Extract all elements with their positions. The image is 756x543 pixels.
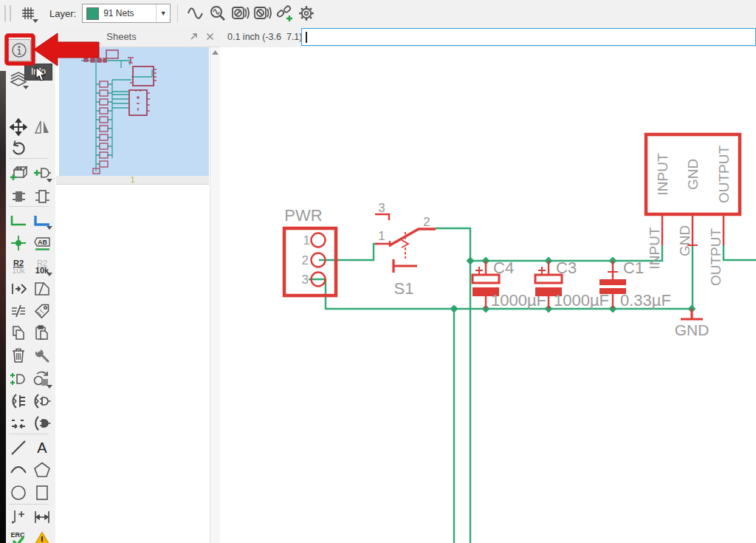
copy-tool-button[interactable]: [7, 323, 30, 344]
line-tool-button[interactable]: [7, 437, 30, 458]
paste-tool-button[interactable]: [31, 323, 53, 344]
text-tool-glyph: A: [37, 440, 47, 457]
info-tool-button[interactable]: [7, 39, 31, 61]
gateswap-left-button[interactable]: [7, 391, 30, 411]
switch-s1[interactable]: 3 1 2 S1: [375, 201, 436, 298]
settings-gear-icon[interactable]: [295, 3, 317, 24]
mirror-tool-button[interactable]: [31, 117, 53, 137]
change-tool-button[interactable]: [31, 345, 53, 366]
gate-arrow-button[interactable]: [31, 413, 53, 434]
value-tool-button[interactable]: R2 10k: [31, 256, 53, 277]
rectangle-tool-button[interactable]: [31, 482, 53, 503]
circle-tool-button[interactable]: [7, 482, 30, 503]
dimension-tool-button[interactable]: [7, 507, 30, 527]
rotate-tool-button[interactable]: [7, 137, 30, 158]
grid-coordinates-status: 0.1 inch (-3.6 7.1): [227, 32, 302, 42]
command-bar: 0.1 inch (-3.6 7.1): [220, 27, 756, 48]
layer-swatch: [86, 7, 99, 20]
regulator-pin-input-label: INPUT: [647, 227, 662, 269]
probe-icon[interactable]: [207, 3, 229, 24]
mouse-cursor: [35, 66, 47, 82]
switch-pin-3: 3: [378, 201, 385, 215]
optimize-tool-button[interactable]: [7, 413, 30, 434]
layer-label: Layer:: [49, 8, 76, 19]
sheet-number: 1: [130, 175, 134, 184]
left-toolbar: AB R2 10k R2 10k: [0, 27, 56, 543]
pwr-connector[interactable]: PWR 1 2 3: [284, 206, 336, 296]
replace-tool-button[interactable]: [31, 369, 53, 389]
signal-wave-icon[interactable]: [185, 3, 207, 24]
pwr-pin-1: 1: [303, 233, 310, 247]
layer-dropdown-arrow[interactable]: ▼: [156, 4, 170, 22]
tag-tool-button[interactable]: [31, 301, 53, 321]
c1-name: C1: [623, 259, 644, 277]
bus-tool-button[interactable]: [31, 210, 53, 230]
c1-value: 0.33µF: [620, 291, 671, 310]
command-input[interactable]: [301, 28, 756, 46]
sheet-1-thumbnail[interactable]: [59, 47, 209, 176]
invoke-gate-button[interactable]: [31, 163, 53, 183]
arc-tool-button[interactable]: [7, 460, 30, 480]
simulation-stop-icon[interactable]: [251, 3, 273, 24]
split-tool-button[interactable]: [7, 301, 30, 321]
regulator-pin-output-label: OUTPUT: [708, 228, 724, 287]
layer-dropdown-value: 91 Nets: [103, 8, 156, 18]
sheets-scrollbar[interactable]: [210, 47, 220, 543]
module-outline-button[interactable]: [31, 186, 53, 207]
toolbar-grip[interactable]: [4, 5, 11, 21]
regulator-pin-input-inside: INPUT: [655, 153, 670, 195]
net-wires: [309, 228, 756, 543]
miter-shape-button[interactable]: [31, 279, 53, 299]
text-caret: [306, 32, 307, 43]
add-link-icon[interactable]: [273, 3, 295, 24]
panel-close-icon[interactable]: [204, 31, 216, 43]
regulator-pin-gnd-inside: GND: [685, 159, 701, 190]
sheets-panel-header: Sheets: [55, 27, 220, 47]
scrollbar-up-arrow[interactable]: [210, 47, 220, 58]
c4-name: C4: [493, 259, 514, 277]
move-tool-button[interactable]: [7, 117, 30, 137]
name-tool-button[interactable]: R2 10k: [7, 256, 30, 277]
add-gates-button[interactable]: [7, 369, 30, 389]
pwr-pin-3: 3: [302, 273, 309, 287]
switch-pin-1: 1: [378, 229, 385, 243]
pwr-pin-2: 2: [302, 253, 309, 267]
pwr-name: PWR: [284, 206, 322, 225]
delete-tool-button[interactable]: [7, 345, 30, 366]
sheet-number-strip[interactable]: 1: [56, 176, 209, 185]
c3-name: C3: [556, 259, 577, 277]
net-tool-button[interactable]: [7, 210, 30, 230]
junction-tool-button[interactable]: [7, 233, 30, 253]
sheet-thumbnail-drawing: [59, 47, 209, 176]
label-tool-glyph: AB: [38, 239, 47, 246]
polygon-tool-button[interactable]: [31, 460, 53, 480]
simulation-run-icon[interactable]: [229, 3, 251, 24]
grid-icon[interactable]: [17, 3, 39, 24]
pinswap-tool-button[interactable]: [7, 279, 30, 299]
gateswap-right-button[interactable]: [31, 391, 53, 411]
regulator-pin-gnd-label: GND: [677, 225, 693, 256]
switch-pin-2: 2: [423, 215, 430, 229]
name-tool-bottom: 10k: [12, 266, 25, 275]
regulator-pin-output-inside: OUTPUT: [716, 146, 732, 204]
top-toolbar: Layer: 91 Nets ▼: [0, 0, 756, 27]
erc-tool-button[interactable]: ERC: [7, 529, 30, 543]
measure-tool-button[interactable]: [31, 507, 53, 527]
module-filled-button[interactable]: [7, 186, 30, 207]
window-edge-strip: [0, 71, 6, 543]
layer-dropdown[interactable]: 91 Nets ▼: [82, 4, 171, 23]
panel-popout-icon[interactable]: [188, 31, 199, 43]
ground-symbol[interactable]: GND: [675, 309, 709, 338]
gnd-label: GND: [675, 321, 709, 338]
erc-errors-button[interactable]: [31, 529, 53, 543]
switch-name: S1: [394, 279, 414, 298]
schematic-canvas[interactable]: PWR 1 2 3 3 1 2 S1 C4 10: [220, 47, 756, 543]
label-tool-button[interactable]: AB: [31, 233, 53, 253]
add-part-button[interactable]: [7, 163, 30, 183]
text-tool-button[interactable]: A: [31, 437, 53, 458]
sheets-panel-title: Sheets: [55, 31, 188, 42]
